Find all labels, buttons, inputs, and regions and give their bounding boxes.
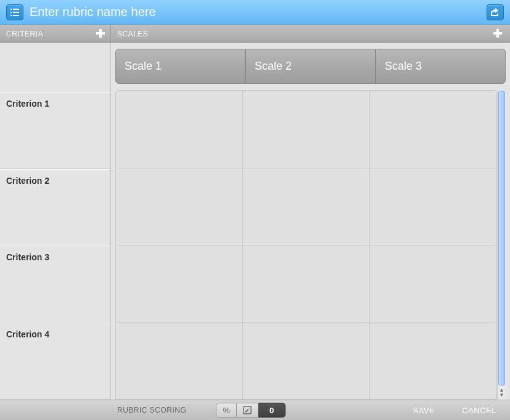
- grid-cell[interactable]: [243, 91, 370, 168]
- grid-row: [116, 91, 496, 168]
- grid-row: [116, 322, 496, 399]
- scrollbar-thumb[interactable]: [498, 91, 505, 385]
- scales-main: Scale 1 Scale 2 Scale 3: [111, 43, 510, 400]
- grid-row: [116, 168, 496, 245]
- vertical-scrollbar[interactable]: ▲ ▼: [497, 90, 506, 400]
- list-icon: [10, 8, 20, 17]
- scale-header[interactable]: Scale 3: [376, 49, 506, 84]
- scales-header-label: SCALES: [117, 30, 148, 38]
- footer-bar: RUBRIC SCORING % 0 SAVE CANCEL: [0, 400, 510, 420]
- criteria-sidebar: Criterion 1 Criterion 2 Criterion 3 Crit…: [0, 43, 111, 400]
- criteria-header: CRITERIA: [0, 25, 111, 43]
- scrollbar-arrows[interactable]: ▲ ▼: [498, 386, 506, 400]
- scoring-percent-button[interactable]: %: [216, 403, 237, 418]
- scale-header-label: Scale 3: [385, 60, 422, 73]
- svg-point-4: [10, 14, 12, 15]
- add-criterion-button[interactable]: [96, 28, 105, 40]
- grid-cell[interactable]: [243, 168, 370, 245]
- grid-cell[interactable]: [116, 323, 243, 399]
- grid-row: [116, 245, 496, 322]
- edit-icon: [243, 406, 252, 414]
- scale-header[interactable]: Scale 2: [245, 49, 376, 84]
- share-icon: [490, 8, 500, 17]
- grid-cell[interactable]: [370, 168, 496, 245]
- criterion-label: Criterion 4: [6, 329, 49, 339]
- grid-cell[interactable]: [116, 245, 243, 322]
- scale-headers: Scale 1 Scale 2 Scale 3: [115, 49, 506, 84]
- top-bar: [0, 0, 510, 25]
- criterion-label: Criterion 2: [6, 176, 49, 186]
- scale-header[interactable]: Scale 1: [115, 49, 245, 84]
- scoring-edit-button[interactable]: [237, 403, 258, 418]
- rubric-grid: [115, 90, 497, 400]
- menu-button[interactable]: [6, 4, 23, 20]
- criteria-header-label: CRITERIA: [6, 30, 43, 38]
- svg-point-2: [10, 11, 12, 12]
- grid-cell[interactable]: [370, 323, 496, 399]
- grid-cell[interactable]: [243, 323, 370, 399]
- plus-icon: [493, 28, 503, 38]
- scoring-mode-toggle: % 0: [216, 403, 286, 418]
- cancel-label: CANCEL: [462, 406, 496, 415]
- rubric-name-input[interactable]: [30, 5, 480, 19]
- criterion-row[interactable]: Criterion 2: [0, 169, 110, 246]
- chevron-down-icon: ▼: [500, 393, 504, 398]
- criterion-row[interactable]: Criterion 4: [0, 323, 110, 400]
- criterion-label: Criterion 3: [6, 252, 49, 262]
- share-button[interactable]: [487, 4, 504, 20]
- sidebar-spacer: [0, 43, 110, 92]
- svg-rect-9: [493, 32, 502, 35]
- save-label: SAVE: [413, 406, 435, 415]
- plus-icon: [96, 28, 105, 38]
- save-button[interactable]: SAVE: [400, 406, 449, 415]
- svg-rect-7: [96, 32, 105, 35]
- scale-header-label: Scale 2: [255, 60, 292, 73]
- svg-point-0: [10, 8, 12, 9]
- add-scale-button[interactable]: [493, 28, 503, 40]
- grid-cell[interactable]: [370, 245, 496, 322]
- scoring-label: RUBRIC SCORING: [111, 406, 186, 414]
- grid-cell[interactable]: [116, 91, 243, 168]
- grid-cell[interactable]: [116, 168, 243, 245]
- count-value: 0: [269, 406, 274, 415]
- criterion-row[interactable]: Criterion 1: [0, 92, 110, 169]
- percent-label: %: [223, 406, 230, 415]
- sub-header: CRITERIA SCALES: [0, 25, 510, 43]
- grid-cell[interactable]: [370, 91, 496, 168]
- criterion-label: Criterion 1: [6, 99, 49, 109]
- grid-scroll-area: ▲ ▼: [115, 90, 506, 400]
- grid-cell[interactable]: [243, 245, 370, 322]
- scoring-count-button[interactable]: 0: [258, 403, 286, 418]
- scales-header: SCALES: [111, 25, 510, 43]
- rubric-body: Criterion 1 Criterion 2 Criterion 3 Crit…: [0, 43, 510, 400]
- cancel-button[interactable]: CANCEL: [448, 406, 510, 415]
- criterion-row[interactable]: Criterion 3: [0, 245, 110, 323]
- scale-header-label: Scale 1: [125, 60, 162, 73]
